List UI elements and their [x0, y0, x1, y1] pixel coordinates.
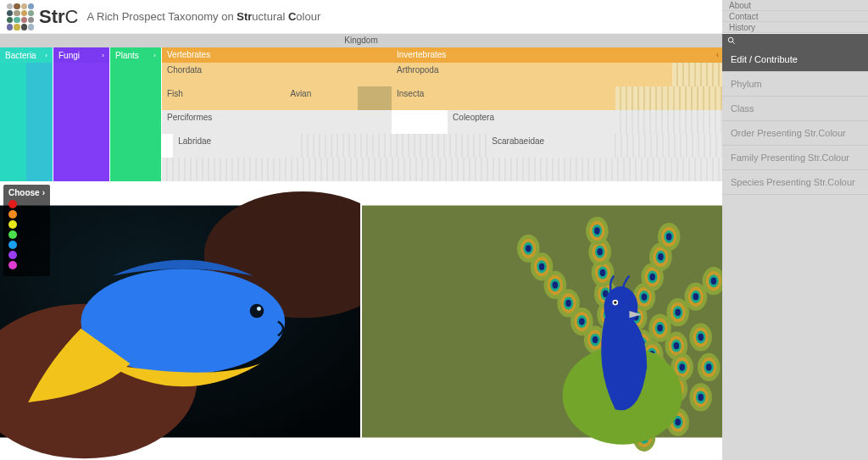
svg-point-50	[579, 318, 585, 324]
gallery-image-peacock[interactable]	[362, 181, 722, 460]
image-gallery: Choose›	[0, 181, 722, 460]
color-swatch[interactable]	[8, 210, 17, 219]
color-swatch[interactable]	[8, 241, 17, 249]
svg-point-102	[675, 309, 681, 316]
chevron-left-icon[interactable]: ‹	[716, 50, 719, 59]
svg-point-154	[711, 278, 717, 285]
tax-species-strip[interactable]	[162, 158, 722, 181]
svg-point-118	[675, 418, 681, 425]
kingdom-header: Kingdom	[0, 34, 722, 47]
svg-point-110	[706, 363, 712, 370]
kingdom-bacteria-label: Bacteria	[5, 51, 36, 60]
nav-history[interactable]: History	[722, 22, 868, 33]
svg-point-126	[553, 281, 559, 288]
tax-other-orders[interactable]	[615, 110, 722, 134]
tax-perciformes[interactable]: Perciformes	[162, 110, 392, 134]
svg-line-172	[732, 42, 735, 44]
svg-point-130	[600, 269, 606, 276]
tax-arthropoda[interactable]: Arthropoda	[392, 63, 672, 86]
svg-point-150	[658, 253, 664, 260]
color-swatch[interactable]	[8, 251, 17, 259]
svg-point-166	[666, 233, 672, 240]
search-button[interactable]	[722, 34, 868, 47]
color-chooser: Choose›	[3, 185, 50, 276]
top-nav: About Contact History	[722, 0, 868, 33]
chooser-label: Choose	[8, 188, 40, 197]
color-swatch[interactable]	[8, 261, 17, 269]
tax-insecta[interactable]: Insecta	[392, 86, 615, 110]
svg-point-10	[593, 336, 598, 343]
side-species[interactable]: Species Presenting Str.Colour	[722, 170, 868, 195]
tax-chordata[interactable]: Chordata	[162, 63, 392, 86]
svg-point-106	[698, 334, 704, 341]
side-class[interactable]: Class	[722, 97, 868, 121]
svg-point-138	[693, 293, 698, 300]
tax-vertebrates[interactable]: Vertebrates	[162, 47, 392, 63]
tax-labridae[interactable]: Labridae	[173, 134, 296, 158]
svg-point-114	[698, 394, 704, 401]
svg-point-62	[657, 324, 663, 331]
fish-image	[0, 181, 360, 460]
svg-point-5	[257, 307, 261, 311]
nav-contact[interactable]: Contact	[722, 11, 868, 22]
app-header: StrC A Rich Prospect Taxonomy on Structu…	[0, 0, 868, 34]
side-phylum[interactable]: Phylum	[722, 72, 868, 97]
kingdom-fungi-label: Fungi	[58, 51, 80, 60]
svg-point-171	[728, 37, 733, 42]
gallery-image-fish[interactable]: Choose›	[0, 181, 360, 460]
chevron-right-icon[interactable]: ›	[42, 188, 45, 197]
kingdom-plants[interactable]: Plants›	[110, 47, 161, 181]
tax-coleoptera[interactable]: Coleoptera	[448, 110, 615, 134]
color-swatch[interactable]	[8, 230, 17, 239]
chevron-right-icon: ›	[102, 52, 104, 59]
svg-point-90	[565, 300, 571, 307]
chevron-right-icon: ›	[45, 52, 47, 59]
svg-point-70	[679, 363, 685, 370]
svg-point-162	[594, 227, 600, 234]
kingdom-bacteria[interactable]: Bacteria›	[0, 47, 53, 181]
svg-point-146	[597, 248, 603, 255]
svg-point-158	[526, 245, 531, 252]
kingdom-animals: Vertebrates Invertebrates‹ Chordata Arth…	[162, 47, 722, 181]
taxonomy-treemap: Bacteria› Fungi› Plants› Vertebrates Inv…	[0, 47, 722, 181]
svg-point-4	[250, 304, 264, 319]
kingdom-fungi[interactable]: Fungi›	[53, 47, 109, 181]
side-family[interactable]: Family Presenting Str.Colour	[722, 146, 868, 170]
svg-point-66	[674, 342, 680, 349]
tax-fish[interactable]: Fish	[162, 86, 285, 110]
tax-avian[interactable]: Avian	[285, 86, 358, 110]
tax-other-families-vert[interactable]	[297, 134, 487, 158]
peacock-image	[362, 181, 722, 460]
side-edit-contribute[interactable]: Edit / Contribute	[722, 47, 868, 72]
tax-other-class-vert[interactable]	[358, 86, 392, 110]
svg-point-170	[614, 301, 616, 303]
logo-icon	[7, 3, 34, 30]
svg-point-142	[539, 263, 545, 270]
kingdom-plants-label: Plants	[115, 51, 139, 60]
tax-other-families-invert[interactable]	[610, 134, 722, 158]
side-panel: Edit / Contribute Phylum Class Order Pre…	[722, 34, 868, 460]
chevron-right-icon: ›	[153, 52, 156, 59]
tax-scarabaeidae[interactable]: Scarabaeidae	[487, 134, 609, 158]
svg-point-134	[649, 274, 655, 280]
page-subtitle: A Rich Prospect Taxonomy on Structural C…	[86, 10, 722, 23]
tax-other-phyla[interactable]	[672, 63, 723, 86]
svg-point-98	[642, 293, 648, 300]
tax-other-class-invert[interactable]	[615, 86, 722, 110]
side-order[interactable]: Order Presenting Str.Colour	[722, 121, 868, 146]
color-swatch[interactable]	[8, 220, 17, 229]
search-icon	[727, 36, 736, 45]
color-swatch[interactable]	[8, 200, 17, 208]
brand-wordmark: StrC	[39, 6, 78, 28]
tax-invertebrates[interactable]: Invertebrates‹	[392, 47, 722, 63]
nav-about[interactable]: About	[722, 0, 868, 11]
